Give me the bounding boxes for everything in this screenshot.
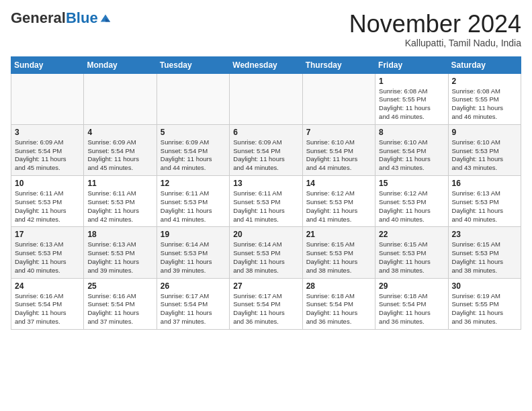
- calendar-cell: [11, 73, 84, 124]
- day-number: 10: [15, 179, 80, 188]
- calendar-cell: 22Sunrise: 6:15 AM Sunset: 5:53 PM Dayli…: [375, 227, 448, 278]
- calendar-cell: 3Sunrise: 6:09 AM Sunset: 5:54 PM Daylig…: [11, 124, 84, 175]
- day-number: 12: [161, 179, 226, 188]
- calendar-cell: 24Sunrise: 6:16 AM Sunset: 5:54 PM Dayli…: [11, 278, 84, 329]
- week-row-1: 1Sunrise: 6:08 AM Sunset: 5:55 PM Daylig…: [11, 73, 521, 124]
- day-info: Sunrise: 6:17 AM Sunset: 5:54 PM Dayligh…: [161, 292, 226, 326]
- calendar-cell: 27Sunrise: 6:17 AM Sunset: 5:54 PM Dayli…: [230, 278, 302, 329]
- day-number: 29: [379, 281, 444, 291]
- calendar-body: 1Sunrise: 6:08 AM Sunset: 5:55 PM Daylig…: [11, 73, 521, 329]
- week-row-4: 17Sunrise: 6:13 AM Sunset: 5:53 PM Dayli…: [11, 227, 521, 278]
- day-number: 1: [379, 77, 444, 86]
- calendar-cell: 23Sunrise: 6:15 AM Sunset: 5:53 PM Dayli…: [448, 227, 521, 278]
- day-number: 2: [452, 77, 517, 86]
- day-number: 5: [161, 128, 226, 137]
- day-info: Sunrise: 6:18 AM Sunset: 5:54 PM Dayligh…: [379, 292, 444, 326]
- calendar-cell: [84, 73, 157, 124]
- day-info: Sunrise: 6:10 AM Sunset: 5:53 PM Dayligh…: [452, 138, 517, 173]
- day-number: 27: [233, 281, 298, 291]
- weekday-header-sunday: Sunday: [11, 56, 84, 73]
- weekday-row: SundayMondayTuesdayWednesdayThursdayFrid…: [11, 56, 521, 73]
- day-number: 18: [87, 230, 152, 239]
- calendar-cell: 8Sunrise: 6:10 AM Sunset: 5:54 PM Daylig…: [375, 124, 448, 175]
- day-info: Sunrise: 6:16 AM Sunset: 5:54 PM Dayligh…: [87, 292, 152, 326]
- day-number: 26: [161, 281, 226, 291]
- calendar-cell: 25Sunrise: 6:16 AM Sunset: 5:54 PM Dayli…: [84, 278, 157, 329]
- week-row-3: 10Sunrise: 6:11 AM Sunset: 5:53 PM Dayli…: [11, 176, 521, 227]
- day-info: Sunrise: 6:09 AM Sunset: 5:54 PM Dayligh…: [87, 138, 152, 173]
- day-info: Sunrise: 6:10 AM Sunset: 5:54 PM Dayligh…: [379, 138, 444, 173]
- day-info: Sunrise: 6:09 AM Sunset: 5:54 PM Dayligh…: [233, 138, 298, 173]
- day-info: Sunrise: 6:09 AM Sunset: 5:54 PM Dayligh…: [15, 138, 80, 173]
- day-number: 21: [306, 230, 371, 239]
- day-number: 15: [379, 179, 444, 188]
- page-header: GeneralBlue November 2024 Kallupatti, Ta…: [11, 11, 521, 48]
- day-number: 6: [233, 128, 298, 137]
- calendar-cell: 4Sunrise: 6:09 AM Sunset: 5:54 PM Daylig…: [84, 124, 157, 175]
- day-number: 14: [306, 179, 371, 188]
- day-info: Sunrise: 6:18 AM Sunset: 5:54 PM Dayligh…: [306, 292, 371, 326]
- day-info: Sunrise: 6:08 AM Sunset: 5:55 PM Dayligh…: [379, 87, 444, 122]
- day-info: Sunrise: 6:11 AM Sunset: 5:53 PM Dayligh…: [233, 189, 298, 224]
- weekday-header-thursday: Thursday: [302, 56, 375, 73]
- weekday-header-friday: Friday: [375, 56, 448, 73]
- day-info: Sunrise: 6:14 AM Sunset: 5:53 PM Dayligh…: [233, 240, 298, 275]
- day-number: 30: [452, 281, 517, 291]
- day-info: Sunrise: 6:09 AM Sunset: 5:54 PM Dayligh…: [161, 138, 226, 173]
- calendar-cell: 11Sunrise: 6:11 AM Sunset: 5:53 PM Dayli…: [84, 176, 157, 227]
- day-number: 24: [15, 281, 80, 291]
- calendar-cell: [157, 73, 229, 124]
- calendar-cell: 6Sunrise: 6:09 AM Sunset: 5:54 PM Daylig…: [230, 124, 302, 175]
- day-info: Sunrise: 6:10 AM Sunset: 5:54 PM Dayligh…: [306, 138, 371, 173]
- calendar-cell: 18Sunrise: 6:13 AM Sunset: 5:53 PM Dayli…: [84, 227, 157, 278]
- day-number: 17: [15, 230, 80, 239]
- calendar-cell: 15Sunrise: 6:12 AM Sunset: 5:53 PM Dayli…: [375, 176, 448, 227]
- week-row-2: 3Sunrise: 6:09 AM Sunset: 5:54 PM Daylig…: [11, 124, 521, 175]
- day-info: Sunrise: 6:16 AM Sunset: 5:54 PM Dayligh…: [15, 292, 80, 326]
- day-info: Sunrise: 6:14 AM Sunset: 5:53 PM Dayligh…: [161, 240, 226, 275]
- calendar-cell: [230, 73, 302, 124]
- day-number: 13: [233, 179, 298, 188]
- day-info: Sunrise: 6:13 AM Sunset: 5:53 PM Dayligh…: [452, 189, 517, 224]
- day-number: 9: [452, 128, 517, 137]
- day-info: Sunrise: 6:11 AM Sunset: 5:53 PM Dayligh…: [15, 189, 80, 224]
- day-number: 11: [87, 179, 152, 188]
- weekday-header-wednesday: Wednesday: [230, 56, 302, 73]
- calendar-table: SundayMondayTuesdayWednesdayThursdayFrid…: [11, 56, 521, 330]
- day-info: Sunrise: 6:12 AM Sunset: 5:53 PM Dayligh…: [306, 189, 371, 224]
- day-number: 8: [379, 128, 444, 137]
- calendar-cell: [302, 73, 375, 124]
- day-number: 25: [87, 281, 152, 291]
- weekday-header-tuesday: Tuesday: [157, 56, 229, 73]
- day-info: Sunrise: 6:13 AM Sunset: 5:53 PM Dayligh…: [15, 240, 80, 275]
- title-block: November 2024 Kallupatti, Tamil Nadu, In…: [349, 11, 521, 48]
- logo-icon: [99, 12, 112, 24]
- calendar-cell: 1Sunrise: 6:08 AM Sunset: 5:55 PM Daylig…: [375, 73, 448, 124]
- day-info: Sunrise: 6:17 AM Sunset: 5:54 PM Dayligh…: [233, 292, 298, 326]
- day-number: 19: [161, 230, 226, 239]
- day-info: Sunrise: 6:15 AM Sunset: 5:53 PM Dayligh…: [306, 240, 371, 275]
- logo: GeneralBlue: [11, 11, 112, 26]
- calendar-cell: 30Sunrise: 6:19 AM Sunset: 5:55 PM Dayli…: [448, 278, 521, 329]
- calendar-cell: 13Sunrise: 6:11 AM Sunset: 5:53 PM Dayli…: [230, 176, 302, 227]
- day-info: Sunrise: 6:08 AM Sunset: 5:55 PM Dayligh…: [452, 87, 517, 122]
- weekday-header-monday: Monday: [84, 56, 157, 73]
- calendar-cell: 2Sunrise: 6:08 AM Sunset: 5:55 PM Daylig…: [448, 73, 521, 124]
- day-number: 20: [233, 230, 298, 239]
- day-info: Sunrise: 6:13 AM Sunset: 5:53 PM Dayligh…: [87, 240, 152, 275]
- calendar-cell: 12Sunrise: 6:11 AM Sunset: 5:53 PM Dayli…: [157, 176, 229, 227]
- month-title: November 2024: [349, 11, 521, 38]
- calendar-cell: 28Sunrise: 6:18 AM Sunset: 5:54 PM Dayli…: [302, 278, 375, 329]
- calendar-cell: 10Sunrise: 6:11 AM Sunset: 5:53 PM Dayli…: [11, 176, 84, 227]
- day-number: 16: [452, 179, 517, 188]
- weekday-header-saturday: Saturday: [448, 56, 521, 73]
- calendar-cell: 5Sunrise: 6:09 AM Sunset: 5:54 PM Daylig…: [157, 124, 229, 175]
- day-info: Sunrise: 6:11 AM Sunset: 5:53 PM Dayligh…: [87, 189, 152, 224]
- calendar-cell: 20Sunrise: 6:14 AM Sunset: 5:53 PM Dayli…: [230, 227, 302, 278]
- calendar-cell: 7Sunrise: 6:10 AM Sunset: 5:54 PM Daylig…: [302, 124, 375, 175]
- day-info: Sunrise: 6:12 AM Sunset: 5:53 PM Dayligh…: [379, 189, 444, 224]
- calendar-cell: 17Sunrise: 6:13 AM Sunset: 5:53 PM Dayli…: [11, 227, 84, 278]
- logo-general: GeneralBlue: [11, 11, 98, 26]
- day-number: 4: [87, 128, 152, 137]
- calendar-cell: 14Sunrise: 6:12 AM Sunset: 5:53 PM Dayli…: [302, 176, 375, 227]
